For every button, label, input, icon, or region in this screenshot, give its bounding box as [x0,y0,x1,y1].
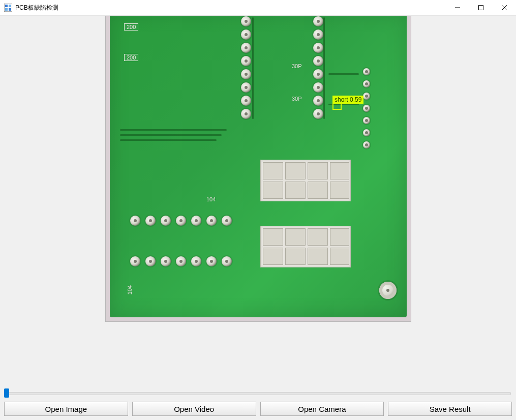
client-area: 200 200 30P [0,16,516,420]
open-image-button[interactable]: Open Image [4,402,128,416]
titlebar: PCB板缺陷检测 [0,0,516,16]
pcb-board: 200 200 30P [110,16,407,317]
svg-rect-5 [479,6,483,10]
smd-block [260,160,351,201]
image-viewport: 200 200 30P [105,16,411,322]
open-camera-button[interactable]: Open Camera [260,402,384,416]
minimize-button[interactable] [446,0,469,15]
svg-rect-4 [9,8,11,11]
button-row: Open Image Open Video Open Camera Save R… [4,402,512,416]
svg-rect-1 [5,5,8,7]
svg-rect-2 [9,5,11,7]
save-result-button[interactable]: Save Result [388,402,512,416]
silk-label: 30P [292,63,302,69]
svg-rect-3 [5,8,8,11]
slider-thumb[interactable] [4,388,9,398]
silk-label: 200 [124,23,138,31]
smd-block [260,226,351,267]
silk-label: 104 [127,285,133,294]
silk-label: 30P [292,96,302,102]
progress-slider[interactable] [4,388,512,398]
detection-label: short 0.59 [332,96,363,104]
silk-label: 200 [124,54,138,61]
maximize-button[interactable] [469,0,493,15]
mounting-hole [379,282,397,299]
app-icon [4,4,12,12]
window-title: PCB板缺陷检测 [15,4,58,12]
slider-track [5,392,511,395]
silk-label: 104 [206,196,216,202]
open-video-button[interactable]: Open Video [132,402,256,416]
close-button[interactable] [493,0,516,15]
main-window: PCB板缺陷检测 200 200 [0,0,516,420]
